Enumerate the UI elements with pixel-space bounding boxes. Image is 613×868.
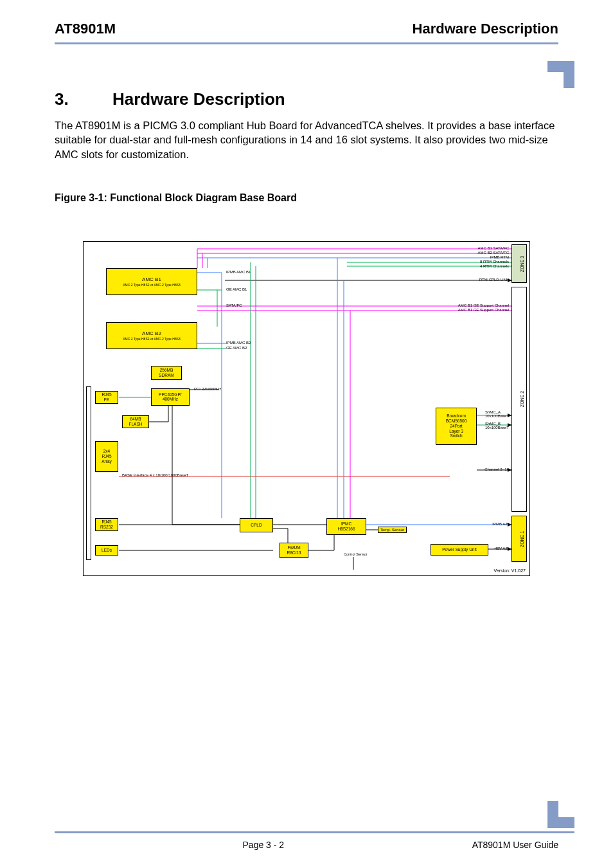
lbl-ipmb-rtm: IPMB RTM <box>490 255 509 259</box>
lbl-amc-b2-ge: AMC B1 GE Support Channel <box>458 308 509 312</box>
block-amc-b1: AMC B1 AMC.2 Type H8S2 or AMC.2 Type H8S… <box>106 268 197 295</box>
block-ppc: PPC405GPr400MHz <box>151 388 190 406</box>
figure-caption: Figure 3-1: Functional Block Diagram Bas… <box>55 192 558 204</box>
lbl-rtm-cpld: RTM-CPLD-LINK <box>479 278 509 282</box>
lbl-ipmb-amc-b2: IPMB AMC B2 <box>226 341 251 345</box>
lbl-ipmb-amc-b1: IPMB AMC B1 <box>226 270 251 274</box>
zone-3: ZONE 3 <box>511 244 527 283</box>
lbl-48v: -48V A/B <box>493 547 509 550</box>
lbl-rtm-4: 4 RTM Channels <box>480 264 509 268</box>
lbl-ge-amc-b1: GE AMC B1 <box>226 287 247 291</box>
zone-1: ZONE 1 <box>511 516 527 562</box>
header-left: AT8901M <box>55 21 116 37</box>
body-paragraph: The AT8901M is a PICMG 3.0 compliant Hub… <box>55 118 558 161</box>
diagram-version: Version: V1.027 <box>494 568 526 573</box>
lbl-amc-b1-ge: AMC B1 GE Support Channel <box>458 303 509 307</box>
lbl-amc-b2-sata: AMC B2 SATA/FC <box>478 251 509 255</box>
corner-decoration <box>547 61 574 88</box>
block-rj45-fe: RJ45FE <box>95 391 118 404</box>
lbl-shmc-b: ShMC_B 10x100BaseT <box>485 422 509 429</box>
block-rj45-rs232: RJ45RS232 <box>95 518 118 531</box>
chapter-number: 3. <box>55 89 112 109</box>
zone-2: ZONE 2 <box>511 287 527 512</box>
block-psu: Power Supply Unit <box>431 544 488 556</box>
control-sensor-label: Control Sensor <box>344 552 368 556</box>
block-cpld: CPLD <box>240 518 273 532</box>
block-broadcom-switch: Broadcom BCM56500 24Port Layer 3 Switch <box>436 408 477 445</box>
block-flash: 64MBFLASH <box>122 415 149 428</box>
footer-page: Page 3 - 2 <box>243 840 285 850</box>
lbl-base-if: BASE Interface 4 x 10/100/1000BaseT <box>122 473 188 477</box>
block-ipmc: IPMCH8S2166 <box>326 518 366 535</box>
lbl-ch2-16: Channel 2- 16 <box>484 467 509 471</box>
lbl-rtm-8: 8 RTM Channels <box>480 260 509 264</box>
temp-sensor: Temp. Sensor <box>378 527 407 533</box>
block-sdram: 256MBSDRAM <box>151 366 182 380</box>
lbl-ipmb-ab: IPMB A/B <box>492 522 509 526</box>
block-rj45-array: 2x4RJ45Array <box>95 441 118 472</box>
block-amc-b2: AMC B2 AMC.2 Type H8S2 or AMC.2 Type H8S… <box>106 322 197 349</box>
front-panel-bar <box>86 386 91 560</box>
footer-corner-decoration <box>547 801 574 831</box>
block-leds: LEDs <box>95 545 118 556</box>
lbl-amc-b1-sata: AMC B1 SATA/FC <box>478 246 509 250</box>
footer-guide: AT8901M User Guide <box>472 840 558 850</box>
lbl-pci: PCI 32b/66MHz <box>194 387 221 391</box>
block-diagram: ZONE 3 ZONE 2 ZONE 1 AMC B1 AMC.2 Type H… <box>83 241 530 576</box>
lbl-sata-fc: SATA/FC <box>226 303 242 307</box>
block-fwum: FWUMR8C/13 <box>280 543 308 558</box>
lbl-shmc-a: ShMC_A 10x100BaseT <box>485 410 509 418</box>
header-right: Hardware Description <box>413 21 558 37</box>
lbl-ge-amc-b2: GE AMC B2 <box>226 346 247 350</box>
chapter-title: Hardware Description <box>112 89 285 109</box>
